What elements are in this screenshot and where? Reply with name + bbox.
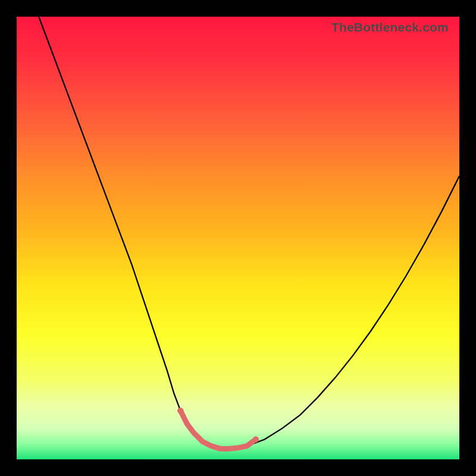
watermark-text: TheBottleneck.com (331, 20, 449, 35)
highlight-cap (177, 408, 183, 414)
plot-area: TheBottleneck.com (17, 17, 459, 459)
highlight-cap (253, 436, 259, 442)
series-valley-highlight (180, 411, 255, 449)
series-bottleneck-curve (39, 17, 459, 449)
outer-frame: TheBottleneck.com (0, 0, 476, 476)
chart-canvas (17, 17, 459, 459)
